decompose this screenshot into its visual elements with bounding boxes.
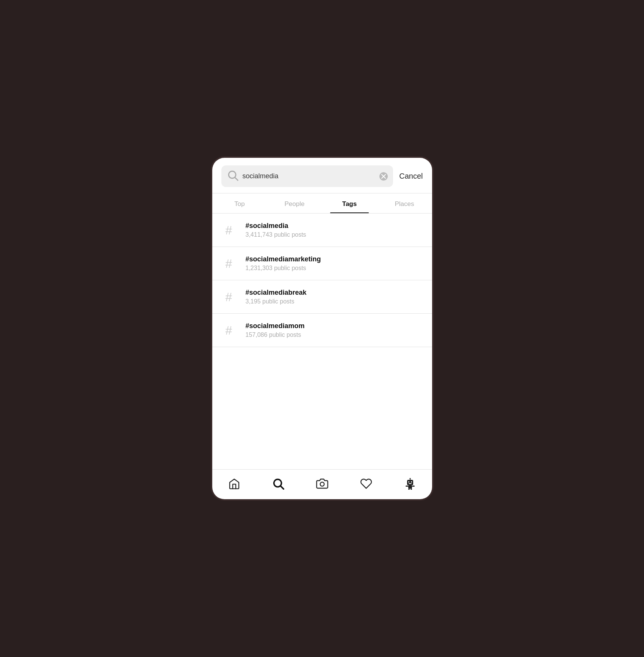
svg-rect-16 <box>408 489 410 490</box>
result-title: #socialmediabreak <box>246 289 423 297</box>
tabs-row: Top People Tags Places <box>212 193 432 213</box>
hashtag-icon: # <box>221 291 237 303</box>
result-title: #socialmediamarketing <box>246 255 423 263</box>
result-item[interactable]: # #socialmediamarketing 1,231,303 public… <box>212 247 432 280</box>
svg-rect-17 <box>411 489 412 490</box>
svg-rect-13 <box>408 485 412 489</box>
svg-rect-14 <box>406 486 408 487</box>
hashtag-icon: # <box>221 258 237 270</box>
clear-icon[interactable] <box>379 172 388 181</box>
result-title: #socialmediamom <box>246 322 423 330</box>
tab-tags[interactable]: Tags <box>322 193 377 213</box>
result-item[interactable]: # #socialmedia 3,411,743 public posts <box>212 214 432 247</box>
nav-profile[interactable] <box>388 475 432 492</box>
svg-rect-15 <box>412 486 415 487</box>
search-nav-icon <box>272 477 285 490</box>
search-input-wrapper[interactable] <box>221 165 393 187</box>
bottom-nav <box>212 469 432 499</box>
results-list: # #socialmedia 3,411,743 public posts # … <box>212 214 432 469</box>
svg-point-6 <box>320 482 324 486</box>
svg-rect-8 <box>408 481 409 483</box>
search-bar-area: Cancel <box>212 158 432 193</box>
svg-line-1 <box>235 178 238 180</box>
home-icon <box>228 478 240 490</box>
tab-people[interactable]: People <box>267 193 322 213</box>
tab-places[interactable]: Places <box>377 193 432 213</box>
search-icon <box>227 169 239 183</box>
result-title: #socialmedia <box>246 222 423 230</box>
hashtag-icon: # <box>221 224 237 236</box>
nav-search[interactable] <box>256 475 300 492</box>
result-subtitle: 3,411,743 public posts <box>246 231 423 238</box>
svg-rect-10 <box>409 483 412 484</box>
result-subtitle: 3,195 public posts <box>246 298 423 305</box>
svg-rect-7 <box>407 480 413 485</box>
result-subtitle: 1,231,303 public posts <box>246 265 423 272</box>
nav-activity[interactable] <box>344 475 388 492</box>
svg-line-5 <box>280 486 284 489</box>
camera-icon <box>316 478 328 490</box>
profile-icon <box>404 478 416 490</box>
svg-point-12 <box>409 478 411 479</box>
heart-icon <box>360 478 372 490</box>
hashtag-icon: # <box>221 324 237 336</box>
divider-result-4 <box>212 347 432 347</box>
phone-container: Cancel Top People Tags Places # #socialm… <box>212 158 432 499</box>
result-subtitle: 157,086 public posts <box>246 332 423 338</box>
nav-home[interactable] <box>212 475 256 492</box>
result-text: #socialmedia 3,411,743 public posts <box>246 222 423 238</box>
svg-rect-9 <box>411 481 412 483</box>
result-text: #socialmediabreak 3,195 public posts <box>246 289 423 305</box>
search-input[interactable] <box>243 172 376 180</box>
cancel-button[interactable]: Cancel <box>399 172 423 181</box>
nav-camera[interactable] <box>300 475 344 492</box>
result-item[interactable]: # #socialmediamom 157,086 public posts <box>212 314 432 347</box>
result-text: #socialmediamom 157,086 public posts <box>246 322 423 338</box>
result-item[interactable]: # #socialmediabreak 3,195 public posts <box>212 280 432 313</box>
result-text: #socialmediamarketing 1,231,303 public p… <box>246 255 423 272</box>
tab-top[interactable]: Top <box>212 193 267 213</box>
